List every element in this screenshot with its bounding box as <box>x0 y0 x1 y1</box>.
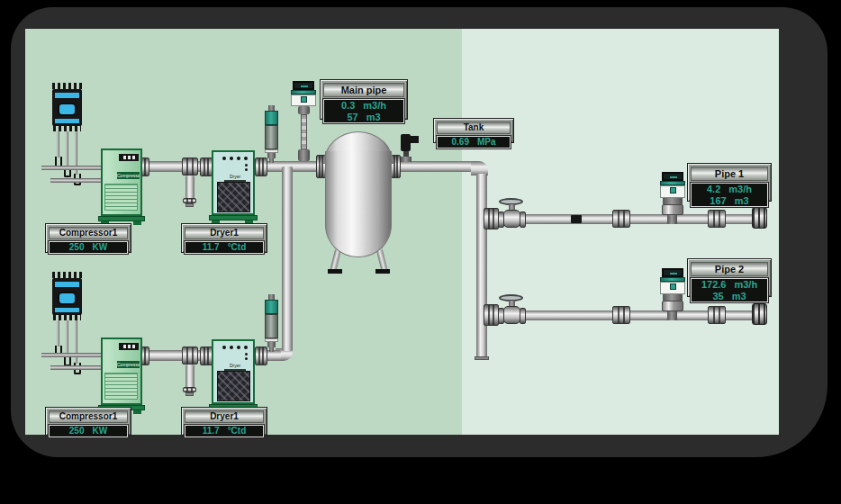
pipe-line2-riser <box>282 166 293 351</box>
drain-stub <box>185 364 194 389</box>
lcd-value: 11.7 <box>203 426 220 436</box>
flow-meter-pipe1 <box>660 172 685 224</box>
lcd-display: 250KW <box>49 241 128 254</box>
dryer-indicator <box>222 157 226 160</box>
endcap-branch2 <box>752 303 767 325</box>
lcd-value: 167 <box>710 195 726 206</box>
pipe-marker <box>571 215 582 223</box>
vfd2-wire <box>57 320 59 346</box>
vfd1-wire <box>57 131 59 158</box>
compressor1-top-panel: Compressor1 250KW <box>45 223 131 253</box>
lcd-display: 11.7°Ctd <box>185 425 264 437</box>
meter-logo <box>301 96 307 103</box>
drain-tip <box>185 392 194 396</box>
dryer-indicator <box>244 346 248 349</box>
main-pipe-panel: Main pipe 0.3m3/h 57m3 <box>320 79 408 120</box>
lcd-value: 57 <box>347 112 357 122</box>
sensor-base <box>401 157 411 162</box>
lcd-value: 4.2 <box>707 184 720 194</box>
meter-stem <box>301 114 307 149</box>
meter-display <box>662 268 683 277</box>
lcd-value: 11.7 <box>203 242 220 253</box>
lcd-display: 250KW <box>49 425 128 437</box>
tank-foot <box>328 269 342 274</box>
compressor-status-strip <box>119 154 139 161</box>
lcd-unit: KW <box>93 426 108 436</box>
valve-body[interactable] <box>503 306 520 324</box>
lcd-unit: m3 <box>735 195 749 206</box>
meter-display <box>293 81 314 90</box>
coupling-branch1-a <box>612 210 630 228</box>
pressure-transmitter-line1 <box>265 105 278 163</box>
dryer-nameplate: Dryer <box>224 363 246 371</box>
tank-body <box>325 151 392 257</box>
endcap-branch1 <box>752 207 767 229</box>
flow-meter-pipe2 <box>660 268 685 320</box>
vfd-drive-2 <box>52 272 82 322</box>
pipe-distribution-riser <box>476 174 487 358</box>
meter-stem <box>667 215 677 224</box>
vfd-terminal-comb-bottom <box>53 123 81 131</box>
panel-title: Compressor1 <box>49 227 128 239</box>
sensor-body <box>401 134 411 151</box>
compressor-status-strip <box>119 343 139 350</box>
panel-title: Tank <box>437 122 511 134</box>
meter-top-fitting <box>298 106 310 114</box>
lcd-unit: m3 <box>732 291 746 302</box>
compressor-foot <box>133 410 141 414</box>
lcd-unit: °Ctd <box>228 426 247 436</box>
dryer-indicator-small <box>245 164 248 166</box>
transmitter-body <box>265 125 278 149</box>
dryer-condenser-grid <box>217 182 250 212</box>
valve-body[interactable] <box>503 210 520 228</box>
drain-separator-line1 <box>182 158 198 207</box>
dryer-indicator <box>230 346 233 349</box>
dryer1-bottom-panel: Dryer1 11.7°Ctd <box>181 407 267 436</box>
transmitter-fitting <box>269 158 274 163</box>
meter-plate <box>663 198 683 204</box>
dryer-unit-2: Dryer <box>209 339 258 416</box>
vfd-display <box>58 292 77 305</box>
pipe1-valve[interactable] <box>498 198 526 228</box>
transmitter-fitting <box>269 347 274 352</box>
compressor-unit-2: Compressor <box>98 338 145 416</box>
air-receiver-tank <box>316 131 401 275</box>
dryer-nameplate: Dryer <box>224 174 246 182</box>
meter-stem <box>667 311 677 320</box>
vfd-stripe-top <box>55 282 79 287</box>
tee-flange-branch1 <box>484 208 499 230</box>
lcd-display: 11.7°Ctd <box>185 241 264 254</box>
vfd-display <box>58 103 77 116</box>
dryer-condenser-grid <box>217 371 250 401</box>
drain-tee <box>182 158 198 176</box>
compressor2-cable <box>41 353 103 357</box>
dryer-indicator-small <box>245 357 248 360</box>
compressor1-bottom-panel: Compressor1 250KW <box>45 407 131 436</box>
vfd-terminal-comb-bottom <box>53 312 81 320</box>
drain-stub <box>185 176 194 200</box>
vfd-drive-1 <box>52 83 82 133</box>
transmitter-head <box>265 111 278 125</box>
dryer-unit-1: Dryer <box>209 150 258 227</box>
lcd-unit: m3 <box>366 112 381 122</box>
lcd-value: 35 <box>712 291 723 302</box>
pipe2-panel: Pipe 2 172.6m3/h 35m3 <box>687 258 772 297</box>
compressor-nameplate: Compressor <box>117 361 140 368</box>
compressor-unit-1: Compressor <box>98 148 145 227</box>
vfd2-wire <box>66 320 68 356</box>
meter-logo <box>670 187 676 194</box>
lcd-unit: m3/h <box>363 100 386 111</box>
transmitter-body <box>265 314 278 338</box>
lcd-value: 0.69 <box>451 137 468 148</box>
panel-title: Compressor1 <box>49 410 128 423</box>
tank-pressure-sensor <box>400 134 419 162</box>
dryer-indicator <box>244 157 248 160</box>
vfd1-wire <box>66 131 68 166</box>
compressor1-cable <box>50 178 104 183</box>
coupling-branch2-a <box>612 306 630 324</box>
compressor-vents <box>104 184 138 211</box>
lcd-value: 172.6 <box>701 279 727 290</box>
lcd-display: 0.3m3/h 57m3 <box>323 99 404 123</box>
panel-title: Dryer1 <box>185 410 264 423</box>
pipe2-valve[interactable] <box>498 294 526 324</box>
